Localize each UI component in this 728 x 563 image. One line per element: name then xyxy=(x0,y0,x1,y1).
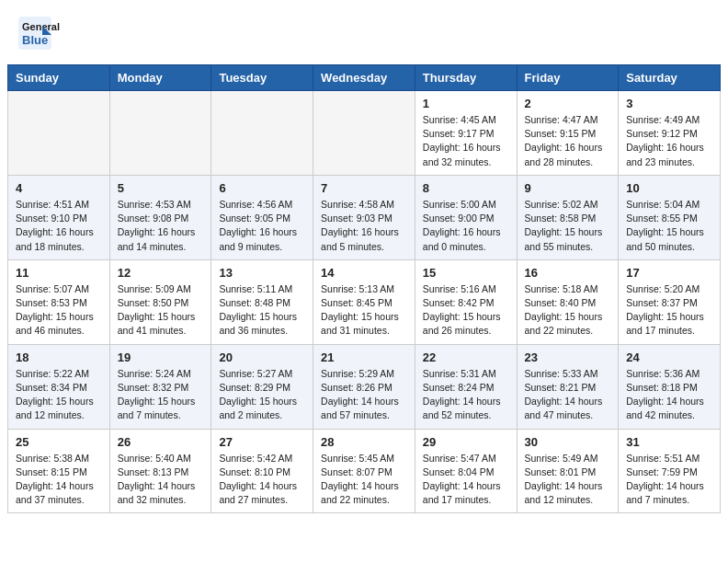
empty-cell xyxy=(8,91,110,176)
day-number: 9 xyxy=(525,181,611,195)
day-info: Sunrise: 4:58 AMSunset: 9:03 PMDaylight:… xyxy=(321,198,407,254)
day-cell-6: 6Sunrise: 4:56 AMSunset: 9:05 PMDaylight… xyxy=(211,175,313,259)
day-info: Sunrise: 4:53 AMSunset: 9:08 PMDaylight:… xyxy=(118,198,204,254)
week-row-1: 1Sunrise: 4:45 AMSunset: 9:17 PMDaylight… xyxy=(8,91,721,176)
empty-cell xyxy=(211,91,313,176)
day-info: Sunrise: 5:18 AMSunset: 8:40 PMDaylight:… xyxy=(525,282,611,339)
day-number: 31 xyxy=(626,435,712,449)
day-cell-29: 29Sunrise: 5:47 AMSunset: 8:04 PMDayligh… xyxy=(415,429,517,513)
day-number: 23 xyxy=(525,350,611,364)
day-number: 14 xyxy=(321,266,407,280)
calendar-table: SundayMondayTuesdayWednesdayThursdayFrid… xyxy=(7,64,721,513)
day-cell-16: 16Sunrise: 5:18 AMSunset: 8:40 PMDayligh… xyxy=(517,259,619,344)
day-cell-5: 5Sunrise: 4:53 AMSunset: 9:08 PMDaylight… xyxy=(109,175,211,259)
day-cell-19: 19Sunrise: 5:24 AMSunset: 8:32 PMDayligh… xyxy=(109,344,211,429)
weekday-monday: Monday xyxy=(109,65,211,91)
week-row-4: 18Sunrise: 5:22 AMSunset: 8:34 PMDayligh… xyxy=(8,344,721,429)
day-number: 30 xyxy=(525,435,611,449)
day-cell-3: 3Sunrise: 4:49 AMSunset: 9:12 PMDaylight… xyxy=(619,91,721,176)
day-number: 17 xyxy=(626,266,712,280)
day-cell-13: 13Sunrise: 5:11 AMSunset: 8:48 PMDayligh… xyxy=(211,259,313,344)
day-info: Sunrise: 5:11 AMSunset: 8:48 PMDaylight:… xyxy=(219,282,305,339)
day-cell-14: 14Sunrise: 5:13 AMSunset: 8:45 PMDayligh… xyxy=(313,259,415,344)
day-number: 20 xyxy=(219,350,305,364)
empty-cell xyxy=(109,91,211,176)
day-info: Sunrise: 4:49 AMSunset: 9:12 PMDaylight:… xyxy=(626,113,712,169)
day-info: Sunrise: 5:33 AMSunset: 8:21 PMDaylight:… xyxy=(525,367,611,423)
day-number: 28 xyxy=(321,435,407,449)
day-number: 26 xyxy=(118,435,204,449)
weekday-header-row: SundayMondayTuesdayWednesdayThursdayFrid… xyxy=(8,65,721,91)
day-number: 24 xyxy=(626,350,712,364)
day-info: Sunrise: 5:04 AMSunset: 8:55 PMDaylight:… xyxy=(626,198,712,254)
day-number: 10 xyxy=(626,181,712,195)
day-info: Sunrise: 5:00 AMSunset: 9:00 PMDaylight:… xyxy=(423,198,509,254)
day-info: Sunrise: 5:38 AMSunset: 8:15 PMDaylight:… xyxy=(16,452,102,508)
day-cell-20: 20Sunrise: 5:27 AMSunset: 8:29 PMDayligh… xyxy=(211,344,313,429)
day-cell-23: 23Sunrise: 5:33 AMSunset: 8:21 PMDayligh… xyxy=(517,344,619,429)
svg-text:Blue: Blue xyxy=(22,33,48,47)
day-cell-18: 18Sunrise: 5:22 AMSunset: 8:34 PMDayligh… xyxy=(8,344,110,429)
day-cell-8: 8Sunrise: 5:00 AMSunset: 9:00 PMDaylight… xyxy=(415,175,517,259)
week-row-3: 11Sunrise: 5:07 AMSunset: 8:53 PMDayligh… xyxy=(8,259,721,344)
day-cell-10: 10Sunrise: 5:04 AMSunset: 8:55 PMDayligh… xyxy=(619,175,721,259)
day-info: Sunrise: 5:24 AMSunset: 8:32 PMDaylight:… xyxy=(118,367,204,423)
day-info: Sunrise: 5:36 AMSunset: 8:18 PMDaylight:… xyxy=(626,367,712,423)
day-cell-31: 31Sunrise: 5:51 AMSunset: 7:59 PMDayligh… xyxy=(619,429,721,513)
day-number: 6 xyxy=(219,181,305,195)
day-info: Sunrise: 4:45 AMSunset: 9:17 PMDaylight:… xyxy=(423,113,509,169)
day-number: 4 xyxy=(16,181,102,195)
day-info: Sunrise: 4:47 AMSunset: 9:15 PMDaylight:… xyxy=(525,113,611,169)
day-number: 19 xyxy=(118,350,204,364)
day-number: 7 xyxy=(321,181,407,195)
day-info: Sunrise: 5:13 AMSunset: 8:45 PMDaylight:… xyxy=(321,282,407,339)
day-cell-9: 9Sunrise: 5:02 AMSunset: 8:58 PMDaylight… xyxy=(517,175,619,259)
day-cell-25: 25Sunrise: 5:38 AMSunset: 8:15 PMDayligh… xyxy=(8,429,110,513)
day-number: 5 xyxy=(118,181,204,195)
day-info: Sunrise: 5:31 AMSunset: 8:24 PMDaylight:… xyxy=(423,367,509,423)
day-cell-17: 17Sunrise: 5:20 AMSunset: 8:37 PMDayligh… xyxy=(619,259,721,344)
day-cell-2: 2Sunrise: 4:47 AMSunset: 9:15 PMDaylight… xyxy=(517,91,619,176)
day-number: 15 xyxy=(423,266,509,280)
logo: General Blue xyxy=(18,17,92,55)
day-cell-26: 26Sunrise: 5:40 AMSunset: 8:13 PMDayligh… xyxy=(109,429,211,513)
day-number: 1 xyxy=(423,97,509,110)
weekday-saturday: Saturday xyxy=(619,65,721,91)
day-cell-21: 21Sunrise: 5:29 AMSunset: 8:26 PMDayligh… xyxy=(313,344,415,429)
empty-cell xyxy=(313,91,415,176)
day-cell-12: 12Sunrise: 5:09 AMSunset: 8:50 PMDayligh… xyxy=(109,259,211,344)
day-number: 2 xyxy=(525,97,611,110)
header: General Blue xyxy=(0,0,728,64)
day-info: Sunrise: 5:42 AMSunset: 8:10 PMDaylight:… xyxy=(219,452,305,508)
calendar-wrap: SundayMondayTuesdayWednesdayThursdayFrid… xyxy=(0,64,728,521)
day-info: Sunrise: 5:51 AMSunset: 7:59 PMDaylight:… xyxy=(626,452,712,508)
day-cell-1: 1Sunrise: 4:45 AMSunset: 9:17 PMDaylight… xyxy=(415,91,517,176)
day-number: 3 xyxy=(626,97,712,110)
week-row-2: 4Sunrise: 4:51 AMSunset: 9:10 PMDaylight… xyxy=(8,175,721,259)
day-info: Sunrise: 5:40 AMSunset: 8:13 PMDaylight:… xyxy=(118,452,204,508)
day-number: 8 xyxy=(423,181,509,195)
weekday-tuesday: Tuesday xyxy=(211,65,313,91)
day-info: Sunrise: 5:27 AMSunset: 8:29 PMDaylight:… xyxy=(219,367,305,423)
week-row-5: 25Sunrise: 5:38 AMSunset: 8:15 PMDayligh… xyxy=(8,429,721,513)
weekday-wednesday: Wednesday xyxy=(313,65,415,91)
day-number: 18 xyxy=(16,350,102,364)
day-cell-11: 11Sunrise: 5:07 AMSunset: 8:53 PMDayligh… xyxy=(8,259,110,344)
day-cell-24: 24Sunrise: 5:36 AMSunset: 8:18 PMDayligh… xyxy=(619,344,721,429)
day-cell-22: 22Sunrise: 5:31 AMSunset: 8:24 PMDayligh… xyxy=(415,344,517,429)
day-number: 27 xyxy=(219,435,305,449)
day-cell-15: 15Sunrise: 5:16 AMSunset: 8:42 PMDayligh… xyxy=(415,259,517,344)
day-cell-30: 30Sunrise: 5:49 AMSunset: 8:01 PMDayligh… xyxy=(517,429,619,513)
day-number: 13 xyxy=(219,266,305,280)
day-cell-7: 7Sunrise: 4:58 AMSunset: 9:03 PMDaylight… xyxy=(313,175,415,259)
day-info: Sunrise: 4:56 AMSunset: 9:05 PMDaylight:… xyxy=(219,198,305,254)
day-number: 12 xyxy=(118,266,204,280)
day-number: 11 xyxy=(16,266,102,280)
day-info: Sunrise: 5:29 AMSunset: 8:26 PMDaylight:… xyxy=(321,367,407,423)
day-info: Sunrise: 5:02 AMSunset: 8:58 PMDaylight:… xyxy=(525,198,611,254)
day-number: 25 xyxy=(16,435,102,449)
day-info: Sunrise: 5:16 AMSunset: 8:42 PMDaylight:… xyxy=(423,282,509,339)
day-info: Sunrise: 5:20 AMSunset: 8:37 PMDaylight:… xyxy=(626,282,712,339)
weekday-sunday: Sunday xyxy=(8,65,110,91)
day-number: 22 xyxy=(423,350,509,364)
